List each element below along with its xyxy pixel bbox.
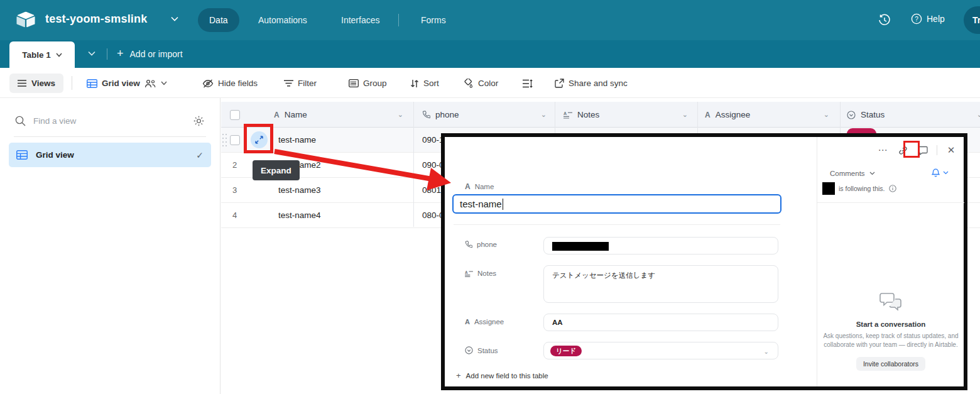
color-button[interactable]: Color — [463, 74, 498, 93]
expanded-record-modal: ⋯ ✕ A Name test-name phone A — [441, 133, 967, 390]
top-bar: test-yoom-smslink Data Automations Inter… — [0, 0, 980, 40]
cell-name[interactable]: test-name — [278, 135, 316, 145]
table-list-chevron[interactable] — [84, 48, 100, 60]
cell-name[interactable]: test-name3 — [278, 185, 321, 195]
cell-name[interactable]: test-name4 — [278, 211, 321, 220]
cell-phone[interactable]: 0801 — [422, 185, 441, 195]
plus-icon: + — [117, 47, 124, 60]
row-number: 4 — [232, 211, 237, 220]
phone-field-icon — [465, 241, 472, 248]
chevron-down-icon[interactable]: ⌄ — [398, 111, 403, 119]
chevron-down-icon — [56, 53, 62, 57]
field-divider — [454, 224, 780, 225]
add-field-button[interactable]: + Add new field to this table — [456, 371, 548, 380]
comments-dropdown[interactable]: Comments — [830, 170, 875, 177]
chevron-down-icon[interactable]: ⌄ — [682, 111, 688, 119]
share-icon — [555, 79, 564, 88]
chevron-down-icon[interactable]: ⌄ — [541, 111, 547, 119]
panel-divider — [817, 202, 964, 203]
select-field-icon — [465, 346, 473, 354]
notes-textarea[interactable]: テストメッセージを送信します — [543, 265, 778, 303]
filter-icon — [284, 80, 293, 87]
empty-state-title: Start a conversation — [817, 320, 964, 328]
sidebar-item-grid-view[interactable]: Grid view ✓ — [9, 143, 211, 167]
svg-text:A: A — [465, 270, 468, 275]
grid-icon — [16, 150, 28, 160]
filter-button[interactable]: Filter — [284, 74, 317, 93]
grid-icon — [87, 79, 97, 88]
plus-icon: + — [456, 371, 461, 380]
chevron-down-icon[interactable]: ⌄ — [824, 111, 829, 119]
text-field-icon: A — [465, 318, 470, 326]
question-icon: ? — [911, 13, 922, 25]
modal-phone-label: phone — [465, 241, 497, 248]
base-title[interactable]: test-yoom-smslink — [45, 13, 147, 26]
hamburger-icon — [18, 80, 26, 87]
row-height-button[interactable] — [523, 74, 533, 93]
column-header-notes[interactable]: A Notes ⌄ — [564, 102, 697, 128]
group-icon — [349, 79, 359, 87]
annotation-box-link — [903, 141, 920, 158]
assignee-input[interactable]: AA — [543, 314, 778, 331]
status-pill: リード — [550, 346, 582, 356]
tab-forms[interactable]: Forms — [410, 8, 457, 32]
tab-table-1[interactable]: Table 1 — [9, 41, 75, 68]
grid-header: A Name ⌄ phone ⌄ A Notes ⌄ A Assignee ⌄ — [221, 102, 980, 128]
bell-icon — [932, 168, 940, 177]
sort-button[interactable]: Sort — [410, 74, 439, 93]
help-button[interactable]: ? Help — [911, 13, 945, 25]
text-field-icon: A — [274, 111, 280, 119]
views-button[interactable]: Views — [9, 74, 63, 93]
notification-bell-button[interactable] — [932, 168, 949, 177]
gear-icon[interactable] — [193, 115, 205, 127]
name-input[interactable]: test-name — [452, 194, 781, 214]
grid-view-switcher[interactable]: Grid view — [87, 74, 167, 93]
tab-automations[interactable]: Automations — [247, 8, 318, 32]
nav-divider — [398, 14, 399, 26]
column-header-status[interactable]: Status ⌄ — [847, 102, 980, 128]
column-header-assignee[interactable]: A Assignee ⌄ — [705, 102, 838, 128]
row-checkbox[interactable] — [230, 135, 240, 145]
add-or-import-button[interactable]: + Add or import — [117, 47, 183, 60]
view-toolbar: Views Grid view Hide fields F — [0, 68, 980, 98]
tab-interfaces[interactable]: Interfaces — [330, 8, 391, 32]
chevron-down-icon[interactable]: ⌄ — [977, 111, 980, 119]
hide-fields-button[interactable]: Hide fields — [202, 74, 258, 93]
text-field-icon: A — [705, 111, 710, 119]
status-select[interactable]: リード ⌄ — [543, 342, 778, 359]
modal-assignee-label: A Assignee — [465, 318, 504, 326]
phone-field-icon — [422, 111, 430, 119]
row-number: 3 — [232, 185, 237, 195]
empty-state-description: Ask questions, keep track of status upda… — [817, 332, 964, 349]
invite-collaborators-button[interactable]: Invite collaborators — [856, 357, 925, 371]
column-header-name[interactable]: A Name ⌄ — [274, 102, 412, 128]
group-button[interactable]: Group — [349, 74, 387, 93]
long-text-field-icon: A — [465, 270, 473, 277]
chevron-down-icon: ⌄ — [764, 348, 769, 355]
find-view-input[interactable] — [33, 116, 172, 126]
toolbar-divider — [72, 76, 72, 90]
modal-notes-label: A Notes — [465, 270, 496, 277]
follower-row: is following this. — [822, 182, 896, 195]
share-and-sync-button[interactable]: Share and sync — [555, 74, 628, 93]
column-header-phone[interactable]: phone ⌄ — [422, 102, 555, 128]
tab-data[interactable]: Data — [198, 8, 239, 32]
row-number: 2 — [232, 160, 237, 170]
phone-input[interactable] — [543, 237, 778, 254]
drag-handle-icon[interactable] — [222, 134, 227, 146]
airtable-logo-icon[interactable] — [16, 11, 35, 28]
avatar — [822, 182, 835, 195]
svg-text:A: A — [564, 111, 567, 116]
annotation-box-expand — [244, 124, 273, 153]
info-icon[interactable] — [889, 185, 896, 192]
expand-tooltip: Expand — [253, 160, 300, 180]
trial-button[interactable]: Tr — [964, 6, 980, 34]
base-title-chevron-icon[interactable] — [171, 16, 178, 21]
select-all-checkbox[interactable] — [230, 110, 240, 120]
tab-bar-divider — [107, 48, 107, 60]
history-icon[interactable] — [878, 14, 891, 26]
chevron-down-icon — [161, 81, 167, 85]
text-cursor — [503, 199, 503, 210]
check-icon: ✓ — [196, 150, 204, 160]
eye-slash-icon — [202, 79, 214, 88]
